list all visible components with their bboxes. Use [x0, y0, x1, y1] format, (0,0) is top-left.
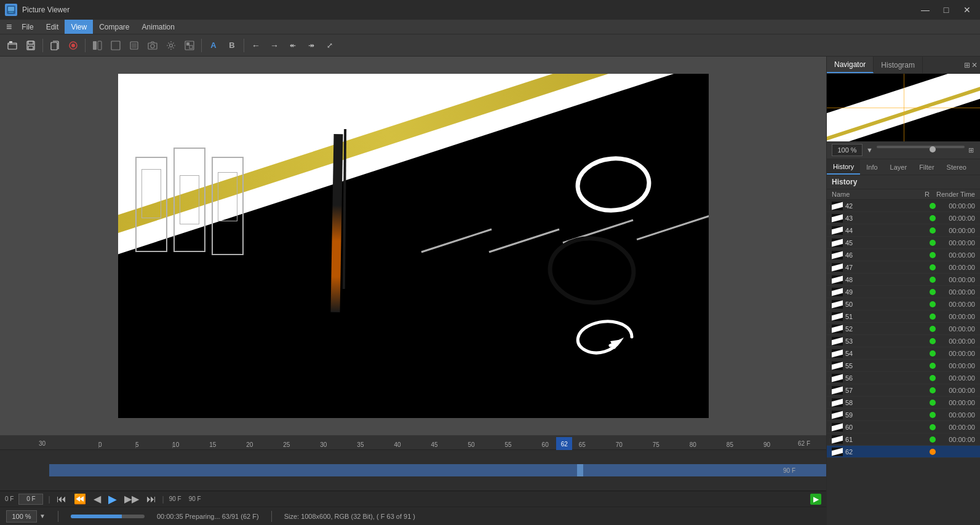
- app-title: Picture Viewer: [22, 6, 912, 14]
- play-btn[interactable]: ▶: [107, 492, 118, 506]
- history-render-time: 00:00:00: [938, 424, 975, 431]
- history-row[interactable]: 5500:00:00: [827, 360, 980, 372]
- menu-edit[interactable]: Edit: [40, 20, 65, 34]
- tab-histogram[interactable]: Histogram: [874, 57, 923, 73]
- play-prev-btn[interactable]: ⏪: [73, 493, 87, 505]
- menu-hamburger[interactable]: ≡: [2, 20, 15, 34]
- toolbar-expand-btn[interactable]: ⤢: [321, 37, 338, 54]
- zoom-slider-track[interactable]: [877, 146, 965, 148]
- close-button[interactable]: ✕: [959, 3, 975, 17]
- history-render-time: 00:00:00: [938, 215, 975, 222]
- toolbar-skip1-btn[interactable]: ↞: [284, 37, 301, 54]
- playback-end-label: 90 F: [169, 495, 181, 502]
- status-progress-text: 00:00:35 Preparing... 63/91 (62 F): [157, 513, 259, 520]
- toolbar-color-btn[interactable]: [181, 37, 198, 54]
- history-row-num: 56: [845, 374, 930, 382]
- menu-file[interactable]: File: [15, 20, 39, 34]
- toolbar-btn-3[interactable]: [46, 37, 63, 54]
- canvas-container[interactable]: [0, 57, 826, 435]
- toolbar-abmark-a-btn[interactable]: A: [205, 37, 222, 54]
- history-status-dot: [930, 436, 936, 443]
- tab-stereo[interactable]: Stereo: [941, 159, 973, 175]
- history-row[interactable]: 5400:00:00: [827, 347, 980, 360]
- tab-history[interactable]: History: [827, 159, 860, 175]
- titlebar: Picture Viewer — □ ✕: [0, 0, 980, 20]
- toolbar-settings-btn[interactable]: [162, 37, 180, 54]
- menu-animation[interactable]: Animation: [136, 20, 181, 34]
- history-row[interactable]: 5100:00:00: [827, 310, 980, 323]
- history-row[interactable]: 4400:00:00: [827, 224, 980, 237]
- panel-float-btn[interactable]: ⊞: [964, 61, 970, 69]
- tab-layer[interactable]: Layer: [884, 159, 914, 175]
- render-progress-bar: [71, 515, 145, 518]
- zoom-slider-thumb[interactable]: [930, 146, 936, 152]
- tab-info[interactable]: Info: [860, 159, 883, 175]
- toolbar-region-btn[interactable]: [125, 37, 143, 54]
- history-row[interactable]: 4800:00:00: [827, 274, 980, 286]
- render-status-indicator: ▶: [810, 494, 821, 505]
- history-status-dot: [930, 215, 936, 221]
- frame-input[interactable]: [18, 494, 43, 505]
- tab-filter[interactable]: Filter: [913, 159, 940, 175]
- history-render-time: 00:00:00: [938, 399, 975, 406]
- history-list[interactable]: 4200:00:004300:00:004400:00:004500:00:00…: [827, 200, 980, 525]
- menu-compare[interactable]: Compare: [93, 20, 135, 34]
- main-area: 30 0 5 10 15 20: [0, 57, 980, 525]
- navigator-preview[interactable]: [827, 74, 980, 141]
- history-row[interactable]: 5600:00:00: [827, 372, 980, 384]
- zoom-dropdown-btn[interactable]: ▼: [39, 513, 46, 519]
- toolbar-arrow2-btn[interactable]: →: [266, 37, 283, 54]
- menu-view[interactable]: View: [65, 20, 93, 34]
- track-bar[interactable]: [49, 464, 826, 476]
- history-row[interactable]: 4600:00:00: [827, 249, 980, 261]
- timeline-tracks[interactable]: 90 F: [0, 450, 826, 491]
- toolbar-skip2-btn[interactable]: ↠: [303, 37, 320, 54]
- history-row[interactable]: 5700:00:00: [827, 384, 980, 397]
- history-render-time: 00:00:00: [938, 202, 975, 210]
- history-row-num: 57: [845, 387, 930, 394]
- toolbar-view2-btn[interactable]: [107, 37, 124, 54]
- toolbar-render-btn[interactable]: [65, 37, 82, 54]
- timeline: 30 0 5 10 15 20: [0, 435, 826, 491]
- history-status-dot: [930, 375, 936, 381]
- svg-rect-13: [111, 41, 120, 50]
- maximize-button[interactable]: □: [938, 3, 954, 17]
- history-status-dot: [930, 412, 936, 418]
- play-back-btn[interactable]: ◀: [92, 493, 102, 505]
- toolbar-arrow1-btn[interactable]: ←: [247, 37, 265, 54]
- history-row[interactable]: 4300:00:00: [827, 212, 980, 224]
- history-row[interactable]: 5800:00:00: [827, 397, 980, 409]
- history-row[interactable]: 4700:00:00: [827, 261, 980, 274]
- history-status-dot: [930, 387, 936, 393]
- history-row-num: 50: [845, 301, 930, 308]
- history-status-dot: [930, 338, 936, 344]
- zoom-input[interactable]: [6, 510, 37, 523]
- history-row[interactable]: 6100:00:00: [827, 433, 980, 446]
- minimize-button[interactable]: —: [917, 3, 933, 17]
- history-row[interactable]: 6000:00:00: [827, 421, 980, 433]
- history-row[interactable]: 5200:00:00: [827, 323, 980, 335]
- history-row[interactable]: 4900:00:00: [827, 286, 980, 298]
- history-row[interactable]: 4200:00:00: [827, 200, 980, 212]
- history-row[interactable]: 62: [827, 446, 980, 458]
- toolbar-view1-btn[interactable]: [89, 37, 106, 54]
- tab-navigator[interactable]: Navigator: [827, 57, 874, 73]
- play-end-btn[interactable]: ⏭: [145, 494, 157, 505]
- play-start-btn[interactable]: ⏮: [55, 494, 68, 505]
- play-fwd-btn[interactable]: ▶▶: [123, 493, 140, 505]
- zoom-dropdown-nav[interactable]: ▼: [865, 146, 874, 154]
- toolbar-save-btn[interactable]: [22, 37, 39, 54]
- svg-rect-11: [93, 41, 97, 50]
- toolbar-camera-btn[interactable]: [144, 37, 161, 54]
- panel-close-btn2[interactable]: ✕: [971, 61, 978, 69]
- svg-rect-21: [189, 45, 193, 49]
- zoom-fit-btn[interactable]: ⊞: [967, 146, 975, 154]
- history-row[interactable]: 4500:00:00: [827, 237, 980, 249]
- toolbar-abmark-b-btn[interactable]: B: [223, 37, 241, 54]
- history-row[interactable]: 5000:00:00: [827, 298, 980, 310]
- toolbar-open-btn[interactable]: [4, 37, 21, 54]
- nav-zoom-input[interactable]: [832, 144, 862, 156]
- status-sep-1: [58, 511, 58, 522]
- history-row[interactable]: 5300:00:00: [827, 335, 980, 347]
- history-row[interactable]: 5900:00:00: [827, 409, 980, 421]
